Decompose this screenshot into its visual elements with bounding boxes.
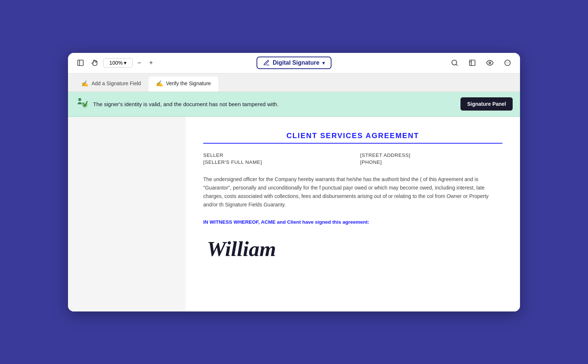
zoom-decrease-button[interactable]: −: [134, 58, 144, 68]
sidebar-panel: [68, 117, 186, 311]
layout-button[interactable]: [466, 56, 479, 69]
svg-line-3: [456, 64, 458, 66]
mode-arrow: ▾: [322, 60, 325, 66]
svg-rect-4: [470, 60, 475, 66]
pan-tool-button[interactable]: [89, 56, 102, 69]
zoom-increase-button[interactable]: +: [146, 58, 156, 68]
svg-point-8: [490, 62, 490, 63]
svg-point-10: [506, 62, 507, 63]
notification-text: The signer's identity is valid, and the …: [93, 101, 456, 107]
tab-verify-signature[interactable]: ✍ Verify the Signature: [148, 76, 218, 91]
sidebar-toggle-button[interactable]: [74, 56, 87, 69]
zoom-select[interactable]: 100% ▾: [103, 58, 133, 68]
add-signature-icon: ✍: [81, 80, 89, 87]
field-phone: [PHONE]: [360, 159, 502, 165]
field-street-address: [STREET ADDRESS]: [360, 152, 502, 158]
document-title: CLIENT SERVICES AGREEMENT: [203, 131, 502, 140]
notification-bar: The signer's identity is valid, and the …: [68, 92, 520, 117]
doc-field-grid: SELLER [STREET ADDRESS] [SELLER'S FULL N…: [203, 152, 502, 165]
valid-signature-icon: [75, 96, 89, 112]
document-content: CLIENT SERVICES AGREEMENT SELLER [STREET…: [186, 117, 520, 311]
more-options-button[interactable]: [501, 56, 514, 69]
tab-bar: ✍ Add a Signature Field ✍ Verify the Sig…: [68, 73, 520, 92]
toolbar: 100% ▾ − + Digital Signature ▾: [68, 53, 520, 73]
zoom-dropdown-arrow: ▾: [124, 60, 126, 66]
svg-text:William: William: [207, 237, 276, 261]
eye-button[interactable]: [483, 56, 496, 69]
verify-signature-icon: ✍: [156, 80, 163, 87]
svg-point-13: [78, 98, 81, 101]
signature-panel-button[interactable]: Signature Panel: [460, 97, 513, 111]
svg-point-11: [507, 62, 508, 63]
svg-point-12: [508, 62, 509, 63]
search-button[interactable]: [448, 56, 461, 69]
document-area: CLIENT SERVICES AGREEMENT SELLER [STREET…: [68, 117, 520, 311]
toolbar-center: Digital Signature ▾: [221, 57, 367, 69]
mode-label: Digital Signature: [273, 60, 319, 66]
toolbar-left: 100% ▾ − +: [74, 56, 220, 69]
doc-divider: [203, 143, 502, 144]
signature-display: William: [203, 232, 502, 265]
field-seller-label: SELLER: [203, 152, 345, 158]
tab-verify-signature-label: Verify the Signature: [166, 80, 211, 86]
zoom-value: 100%: [110, 60, 123, 66]
toolbar-right: [368, 56, 514, 69]
mode-dropdown[interactable]: Digital Signature ▾: [257, 57, 331, 69]
doc-paragraph: The undersigned officer for the Company …: [203, 175, 502, 209]
tab-add-signature[interactable]: ✍ Add a Signature Field: [74, 76, 148, 91]
tab-add-signature-label: Add a Signature Field: [92, 80, 141, 86]
doc-witness: IN WITNESS WHEREOF, ACME and Client have…: [203, 219, 502, 225]
field-seller-name: [SELLER'S FULL NAME]: [203, 159, 345, 165]
svg-rect-0: [78, 60, 83, 66]
app-window: 100% ▾ − + Digital Signature ▾: [68, 53, 520, 311]
